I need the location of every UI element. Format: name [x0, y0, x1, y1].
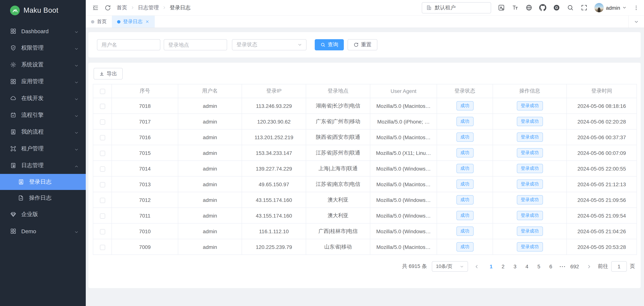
sidebar-item-应用管理[interactable]: 应用管理	[0, 73, 86, 90]
username-cell: admin	[178, 239, 242, 255]
search-button[interactable]: 查询	[315, 39, 344, 50]
operation-badge: 登录成功	[517, 164, 543, 173]
column-header: 用户名	[178, 84, 242, 98]
close-icon[interactable]	[145, 20, 150, 24]
table-row: 7011admin43.155.174.160澳大利亚Mozilla/5.0 (…	[93, 208, 637, 223]
column-header: User Agent	[370, 84, 437, 98]
sidebar-item-我的流程[interactable]: 我的流程	[0, 124, 86, 140]
more-options-icon[interactable]	[633, 4, 639, 11]
translate-icon[interactable]	[498, 4, 505, 11]
user-agent-cell: Mozilla/5.0 (Macintos…	[370, 239, 437, 255]
sidebar-item-操作日志[interactable]: 操作日志	[0, 190, 86, 206]
search-icon[interactable]	[567, 4, 574, 11]
sidebar-item-系统设置[interactable]: 系统设置	[0, 56, 86, 73]
prev-page-icon[interactable]	[474, 264, 479, 269]
page-number-692[interactable]: 692	[569, 261, 580, 272]
login-time-cell: 2024-05-05 22:00:55	[566, 161, 637, 176]
sidebar-item-日志管理[interactable]: 日志管理	[0, 157, 86, 174]
tab-list-dropdown[interactable]	[628, 16, 644, 28]
row-checkbox[interactable]	[100, 151, 105, 156]
username-input[interactable]	[97, 39, 160, 50]
row-checkbox[interactable]	[100, 166, 105, 171]
goto-page-input[interactable]	[611, 261, 627, 272]
login-status-cell: 成功	[437, 98, 493, 114]
page-number-2[interactable]: 2	[498, 261, 509, 272]
doc-check-icon	[10, 162, 16, 169]
page-number-3[interactable]: 3	[510, 261, 520, 272]
row-checkbox[interactable]	[100, 229, 105, 234]
column-header: 序号	[112, 84, 178, 98]
operation-badge: 登录成功	[517, 148, 543, 157]
next-page-icon[interactable]	[586, 264, 592, 269]
select-all-checkbox[interactable]	[100, 89, 105, 94]
row-checkbox[interactable]	[100, 198, 105, 203]
login-time-cell: 2024-05-05 21:12:13	[566, 176, 637, 192]
navbar-icons: G	[498, 4, 588, 11]
app-logo[interactable]: Maku Boot	[0, 0, 86, 21]
tab-登录日志[interactable]: 登录日志	[112, 16, 155, 28]
page-size-select[interactable]: 10条/页	[432, 261, 468, 272]
github-icon[interactable]	[539, 4, 546, 11]
page-number-4[interactable]: 4	[521, 261, 532, 272]
tab-首页[interactable]: 首页	[86, 16, 112, 28]
shield-icon	[10, 45, 16, 51]
chevron-down-icon	[74, 29, 79, 33]
collapse-sidebar-icon[interactable]	[92, 4, 99, 11]
row-checkbox[interactable]	[100, 135, 105, 140]
breadcrumb-item[interactable]: 日志管理	[138, 4, 159, 11]
gitee-icon[interactable]: G	[553, 4, 560, 11]
sidebar-menu: Dashboard权限管理系统设置应用管理在线开发流程引擎我的流程租户管理日志管…	[0, 21, 86, 306]
search-button-label: 查询	[328, 42, 338, 48]
row-id-cell: 7017	[112, 114, 178, 129]
sidebar-item-label: 在线开发	[21, 95, 69, 102]
page-number-1[interactable]: 1	[486, 261, 497, 272]
sidebar-item-Demo[interactable]: Demo	[0, 223, 86, 240]
sidebar-item-在线开发[interactable]: 在线开发	[0, 90, 86, 107]
chevron-down-icon	[74, 46, 79, 50]
sidebar-item-登录日志[interactable]: 登录日志	[0, 174, 86, 190]
sidebar-item-流程引擎[interactable]: 流程引擎	[0, 107, 86, 124]
sidebar-item-权限管理[interactable]: 权限管理	[0, 40, 86, 56]
row-checkbox[interactable]	[100, 119, 105, 124]
operation-info-cell: 登录成功	[493, 239, 566, 255]
refresh-icon[interactable]	[104, 4, 111, 11]
cloud-icon	[10, 95, 16, 102]
operation-badge: 登录成功	[517, 117, 543, 126]
sidebar-item-Dashboard[interactable]: Dashboard	[0, 23, 86, 40]
export-button-label: 导出	[107, 70, 117, 77]
globe-icon[interactable]	[526, 4, 532, 11]
breadcrumb-item[interactable]: 首页	[117, 4, 127, 11]
status-select[interactable]: 登录状态	[232, 39, 306, 50]
page-number-6[interactable]: 6	[545, 261, 556, 272]
login-log-table: 序号用户名登录IP登录地点User Agent登录状态操作信息登录时间 7018…	[93, 84, 637, 255]
row-checkbox[interactable]	[100, 245, 105, 250]
reset-button[interactable]: 重置	[348, 39, 378, 50]
status-badge: 成功	[456, 242, 474, 251]
username-cell: admin	[178, 129, 242, 145]
row-id-cell: 7012	[112, 192, 178, 208]
row-select-cell	[93, 98, 112, 114]
page-content: 登录状态 查询 重置	[86, 28, 644, 306]
export-button[interactable]: 导出	[94, 68, 123, 80]
user-agent-cell: Mozilla/5.0 (Windows…	[370, 223, 437, 239]
more-pages[interactable]: ···	[557, 261, 568, 272]
tenant-select[interactable]: 默认租户	[422, 2, 491, 13]
operation-info-cell: 登录成功	[493, 98, 566, 114]
row-checkbox[interactable]	[100, 182, 105, 187]
user-menu[interactable]: admin	[594, 3, 626, 12]
row-checkbox[interactable]	[100, 213, 105, 218]
row-checkbox[interactable]	[100, 104, 105, 109]
row-select-cell	[93, 161, 112, 176]
location-input[interactable]	[164, 39, 227, 50]
login-ip-cell: 43.155.174.160	[242, 192, 306, 208]
sidebar-item-label: 操作日志	[29, 194, 79, 201]
chevron-down-icon	[74, 229, 79, 233]
chevron-down-icon	[460, 264, 464, 268]
fullscreen-icon[interactable]	[580, 4, 588, 11]
sidebar-item-企业版[interactable]: 企业版	[0, 206, 86, 223]
font-size-icon[interactable]	[512, 4, 519, 11]
sidebar-item-租户管理[interactable]: 租户管理	[0, 140, 86, 157]
table-row: 7016admin113.201.252.219陕西省|西安市|联通Mozill…	[93, 129, 637, 145]
column-header: 操作信息	[493, 84, 566, 98]
page-number-5[interactable]: 5	[533, 261, 544, 272]
